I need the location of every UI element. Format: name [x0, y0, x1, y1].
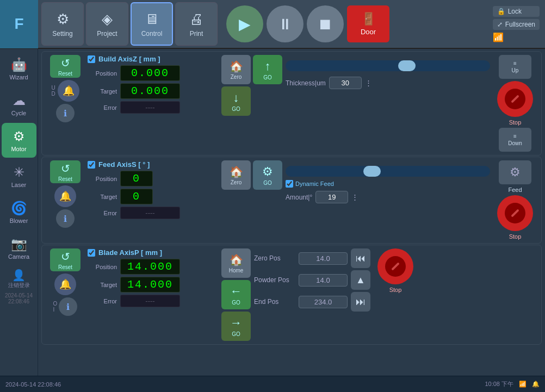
feed-bell-button[interactable]: 🔔 — [54, 185, 76, 207]
laser-icon: ✳ — [14, 165, 24, 180]
blade-end-last-button[interactable]: ⏭ — [351, 292, 370, 312]
build-error-display: ---- — [120, 101, 180, 114]
build-stop-button[interactable] — [497, 81, 533, 117]
feed-stop-button[interactable] — [497, 195, 533, 231]
feed-amount-stepper[interactable]: ⋮ — [351, 193, 358, 201]
feed-go-button[interactable]: ⚙ GO — [253, 160, 282, 190]
build-error-label: Error — [88, 104, 117, 111]
build-info-button[interactable]: ℹ — [56, 104, 75, 122]
lock-button[interactable]: 🔒 Lock — [493, 6, 540, 17]
feed-amount-input[interactable] — [315, 191, 348, 203]
feed-slider-thumb — [363, 166, 381, 177]
blade-info-button[interactable]: ℹ — [59, 297, 77, 316]
ud-labels: U D — [51, 85, 55, 97]
feed-reset-button[interactable]: ↺ Reset — [50, 160, 80, 183]
blade-go2-button[interactable]: → GO — [221, 312, 251, 341]
feed-feed-button[interactable]: ⚙ — [499, 160, 531, 184]
camera-icon: 📷 — [11, 237, 27, 252]
sidebar-item-camera[interactable]: 📷 Camera — [2, 231, 36, 265]
feed-zero-button[interactable]: 🏠 Zero — [221, 160, 251, 190]
build-thickness-row: Thickness|um ⋮ — [286, 77, 490, 89]
build-go-down-button[interactable]: ↓ GO — [221, 86, 251, 116]
door-button[interactable]: 🚪 Door — [347, 5, 389, 42]
blade-reset-button[interactable]: ↺ Reset — [50, 248, 80, 271]
feed-error-row: Error ---- — [88, 207, 218, 219]
feed-axis-title: Feed AxisS [ ° ] — [98, 160, 150, 169]
blade-powder-pos-input[interactable] — [299, 274, 348, 287]
build-thickness-stepper[interactable]: ⋮ — [365, 79, 372, 87]
blower-icon: 🌀 — [11, 201, 27, 216]
feed-dynamic-checkbox[interactable] — [286, 180, 293, 188]
build-slider-col: Thickness|um ⋮ — [286, 55, 490, 89]
build-up-button[interactable]: ≡ Up — [499, 55, 531, 79]
nav-project[interactable]: ◈ Project — [86, 2, 128, 46]
nav-control-label: Control — [141, 30, 163, 38]
sidebar-item-motor[interactable]: ⚙ Motor — [2, 123, 36, 158]
blade-target-row: Target 14.000 — [88, 277, 218, 293]
blade-home-button[interactable]: 🏠 Home — [221, 248, 251, 278]
blade-zero-first-button[interactable]: ⏮ — [351, 248, 370, 268]
play-button[interactable]: ▶ — [226, 5, 263, 42]
blade-zero-pos-input[interactable] — [299, 252, 348, 265]
feed-axis-title-row: Feed AxisS [ ° ] — [88, 160, 218, 169]
build-slider-track[interactable] — [286, 60, 490, 71]
nav-setting[interactable]: ⚙ Setting — [41, 2, 84, 46]
feed-target-display[interactable]: 0 — [120, 189, 153, 204]
up-arrows-icon: ≡ — [513, 60, 517, 66]
feed-stop-line — [511, 209, 519, 217]
pause-button[interactable]: ⏸ — [267, 5, 304, 42]
nav-control[interactable]: 🖥 Control — [131, 2, 173, 46]
build-target-display[interactable]: 0.000 — [120, 83, 180, 99]
build-zero-button[interactable]: 🏠 Zero — [221, 55, 251, 84]
bottom-bar: 2024-05-14 22:08:46 10:08 下午 📶 🔔 — [0, 376, 545, 392]
sidebar-cycle-label: Cycle — [11, 110, 27, 116]
blade-stop-line — [391, 262, 400, 271]
sidebar-item-blower[interactable]: 🌀 Blower — [2, 195, 36, 229]
stop-square-button[interactable]: ⏹ — [307, 5, 344, 42]
stop-inner — [505, 89, 525, 109]
build-reset-button[interactable]: ↺ Reset — [50, 55, 80, 78]
blade-target-display[interactable]: 14.000 — [120, 277, 180, 293]
blade-stop-col: Stop — [377, 248, 413, 293]
feed-axis-checkbox[interactable] — [88, 161, 95, 169]
blade-bell-button[interactable]: 🔔 — [54, 273, 76, 295]
blade-axis-section: ↺ Reset 🔔 OI ℹ Blade AxisP [ mm ] Positi… — [41, 245, 542, 345]
sidebar-item-cycle[interactable]: ☁ Cycle — [2, 87, 36, 122]
door-icon: 🚪 — [361, 12, 376, 26]
sidebar-laser-label: Laser — [11, 182, 27, 188]
build-stop-col: Stop — [497, 81, 533, 126]
build-thickness-input[interactable] — [329, 77, 362, 89]
reset-label: Reset — [58, 71, 72, 77]
build-go-up-button[interactable]: ↑ GO — [253, 55, 282, 84]
blade-go-button[interactable]: ← GO — [221, 280, 251, 309]
build-down-button[interactable]: ≡ Down — [499, 128, 531, 152]
build-stop-label: Stop — [509, 119, 522, 126]
feed-slider-track[interactable] — [286, 166, 490, 177]
blade-end-pos-input[interactable] — [299, 296, 348, 308]
build-axis-checkbox[interactable] — [88, 55, 95, 63]
sidebar-motor-label: Motor — [11, 146, 26, 152]
blade-powder-pos-label: Powder Pos — [254, 276, 295, 284]
build-position-label: Position — [88, 70, 117, 77]
main-layout: 🤖 Wizard ☁ Cycle ⚙ Motor ✳ Laser 🌀 Blowe… — [0, 49, 545, 376]
blade-stop-button[interactable] — [377, 248, 413, 284]
feed-position-display: 0 — [120, 171, 153, 186]
sidebar-item-laser[interactable]: ✳ Laser — [2, 159, 36, 194]
build-axis-title-row: Build AxisZ [ mm ] — [88, 55, 218, 63]
fullscreen-button[interactable]: ⤢ Fullscreen — [493, 19, 540, 30]
build-axis-section: ↺ Reset U D 🔔 ℹ Build AxisZ [ mm ] — [41, 51, 542, 155]
reset-icon: ↺ — [61, 57, 70, 70]
blade-go2-label: GO — [232, 331, 240, 337]
build-bell-button[interactable]: 🔔 — [58, 80, 79, 102]
network-icon: 📶 — [519, 381, 527, 388]
build-zero-col: 🏠 Zero ↓ GO — [221, 55, 251, 116]
build-position-row: Position 0.000 — [88, 65, 218, 81]
nav-print[interactable]: 🖨 Print — [175, 2, 218, 46]
blade-axis-checkbox[interactable] — [88, 249, 95, 257]
build-axis-controls: 🏠 Zero ↓ GO ↑ GO — [221, 55, 282, 116]
sidebar-item-wizard[interactable]: 🤖 Wizard — [2, 51, 36, 86]
blade-stop-label: Stop — [389, 287, 402, 293]
feed-info-button[interactable]: ℹ — [56, 209, 75, 228]
blade-powder-up-button[interactable]: ▲ — [351, 270, 370, 290]
login-label[interactable]: 注销登录 — [8, 282, 30, 289]
